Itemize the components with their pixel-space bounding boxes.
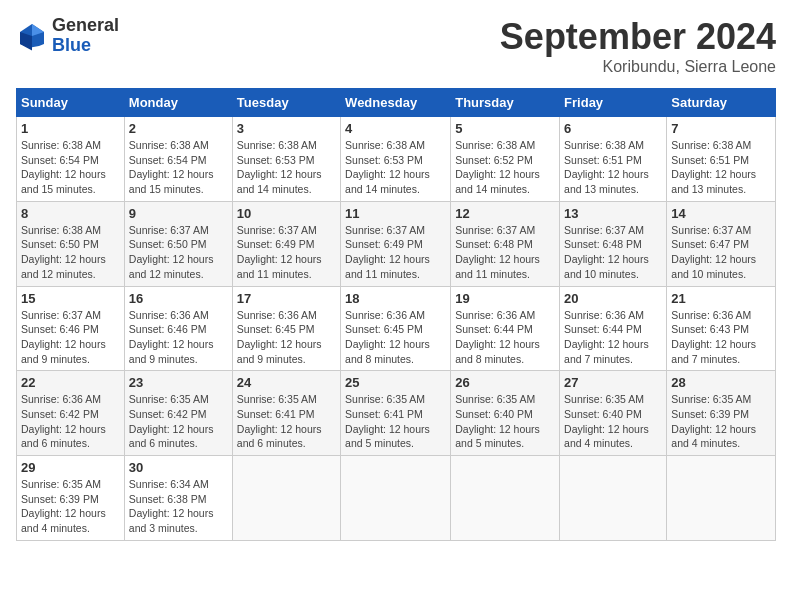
day-info: Sunrise: 6:38 AMSunset: 6:53 PMDaylight:… — [237, 139, 322, 195]
day-number: 14 — [671, 206, 771, 221]
day-info: Sunrise: 6:35 AMSunset: 6:41 PMDaylight:… — [345, 393, 430, 449]
col-friday: Friday — [560, 89, 667, 117]
table-row — [341, 456, 451, 541]
day-info: Sunrise: 6:37 AMSunset: 6:47 PMDaylight:… — [671, 224, 756, 280]
table-row: 2 Sunrise: 6:38 AMSunset: 6:54 PMDayligh… — [124, 117, 232, 202]
calendar-week-row: 22 Sunrise: 6:36 AMSunset: 6:42 PMDaylig… — [17, 371, 776, 456]
day-number: 30 — [129, 460, 228, 475]
calendar-week-row: 15 Sunrise: 6:37 AMSunset: 6:46 PMDaylig… — [17, 286, 776, 371]
month-title: September 2024 — [500, 16, 776, 58]
day-number: 18 — [345, 291, 446, 306]
day-info: Sunrise: 6:36 AMSunset: 6:42 PMDaylight:… — [21, 393, 106, 449]
table-row: 12 Sunrise: 6:37 AMSunset: 6:48 PMDaylig… — [451, 201, 560, 286]
table-row: 24 Sunrise: 6:35 AMSunset: 6:41 PMDaylig… — [232, 371, 340, 456]
table-row: 4 Sunrise: 6:38 AMSunset: 6:53 PMDayligh… — [341, 117, 451, 202]
day-info: Sunrise: 6:38 AMSunset: 6:53 PMDaylight:… — [345, 139, 430, 195]
day-number: 7 — [671, 121, 771, 136]
day-number: 23 — [129, 375, 228, 390]
day-number: 20 — [564, 291, 662, 306]
day-info: Sunrise: 6:37 AMSunset: 6:46 PMDaylight:… — [21, 309, 106, 365]
day-number: 5 — [455, 121, 555, 136]
day-info: Sunrise: 6:35 AMSunset: 6:39 PMDaylight:… — [671, 393, 756, 449]
logo-general: General — [52, 16, 119, 36]
day-info: Sunrise: 6:36 AMSunset: 6:44 PMDaylight:… — [564, 309, 649, 365]
col-tuesday: Tuesday — [232, 89, 340, 117]
table-row: 17 Sunrise: 6:36 AMSunset: 6:45 PMDaylig… — [232, 286, 340, 371]
table-row: 26 Sunrise: 6:35 AMSunset: 6:40 PMDaylig… — [451, 371, 560, 456]
table-row — [451, 456, 560, 541]
day-number: 1 — [21, 121, 120, 136]
day-number: 2 — [129, 121, 228, 136]
table-row: 1 Sunrise: 6:38 AMSunset: 6:54 PMDayligh… — [17, 117, 125, 202]
calendar-week-row: 29 Sunrise: 6:35 AMSunset: 6:39 PMDaylig… — [17, 456, 776, 541]
day-info: Sunrise: 6:36 AMSunset: 6:44 PMDaylight:… — [455, 309, 540, 365]
day-info: Sunrise: 6:35 AMSunset: 6:40 PMDaylight:… — [564, 393, 649, 449]
table-row: 3 Sunrise: 6:38 AMSunset: 6:53 PMDayligh… — [232, 117, 340, 202]
day-number: 19 — [455, 291, 555, 306]
day-info: Sunrise: 6:38 AMSunset: 6:51 PMDaylight:… — [671, 139, 756, 195]
location-title: Koribundu, Sierra Leone — [500, 58, 776, 76]
table-row — [560, 456, 667, 541]
table-row: 8 Sunrise: 6:38 AMSunset: 6:50 PMDayligh… — [17, 201, 125, 286]
day-number: 17 — [237, 291, 336, 306]
day-info: Sunrise: 6:35 AMSunset: 6:40 PMDaylight:… — [455, 393, 540, 449]
day-info: Sunrise: 6:36 AMSunset: 6:45 PMDaylight:… — [345, 309, 430, 365]
table-row: 13 Sunrise: 6:37 AMSunset: 6:48 PMDaylig… — [560, 201, 667, 286]
day-number: 26 — [455, 375, 555, 390]
day-info: Sunrise: 6:38 AMSunset: 6:51 PMDaylight:… — [564, 139, 649, 195]
calendar-table: Sunday Monday Tuesday Wednesday Thursday… — [16, 88, 776, 541]
day-number: 11 — [345, 206, 446, 221]
day-number: 24 — [237, 375, 336, 390]
table-row: 9 Sunrise: 6:37 AMSunset: 6:50 PMDayligh… — [124, 201, 232, 286]
table-row: 16 Sunrise: 6:36 AMSunset: 6:46 PMDaylig… — [124, 286, 232, 371]
table-row: 11 Sunrise: 6:37 AMSunset: 6:49 PMDaylig… — [341, 201, 451, 286]
table-row: 6 Sunrise: 6:38 AMSunset: 6:51 PMDayligh… — [560, 117, 667, 202]
day-info: Sunrise: 6:37 AMSunset: 6:48 PMDaylight:… — [564, 224, 649, 280]
logo-text: General Blue — [52, 16, 119, 56]
day-number: 25 — [345, 375, 446, 390]
day-info: Sunrise: 6:34 AMSunset: 6:38 PMDaylight:… — [129, 478, 214, 534]
day-info: Sunrise: 6:37 AMSunset: 6:50 PMDaylight:… — [129, 224, 214, 280]
day-info: Sunrise: 6:36 AMSunset: 6:46 PMDaylight:… — [129, 309, 214, 365]
col-saturday: Saturday — [667, 89, 776, 117]
day-number: 8 — [21, 206, 120, 221]
logo-icon — [16, 20, 48, 52]
day-info: Sunrise: 6:35 AMSunset: 6:42 PMDaylight:… — [129, 393, 214, 449]
day-info: Sunrise: 6:36 AMSunset: 6:43 PMDaylight:… — [671, 309, 756, 365]
day-number: 16 — [129, 291, 228, 306]
table-row: 7 Sunrise: 6:38 AMSunset: 6:51 PMDayligh… — [667, 117, 776, 202]
table-row: 23 Sunrise: 6:35 AMSunset: 6:42 PMDaylig… — [124, 371, 232, 456]
logo-blue: Blue — [52, 36, 119, 56]
day-number: 4 — [345, 121, 446, 136]
day-info: Sunrise: 6:38 AMSunset: 6:54 PMDaylight:… — [21, 139, 106, 195]
table-row — [667, 456, 776, 541]
table-row: 30 Sunrise: 6:34 AMSunset: 6:38 PMDaylig… — [124, 456, 232, 541]
title-block: September 2024 Koribundu, Sierra Leone — [500, 16, 776, 76]
table-row: 28 Sunrise: 6:35 AMSunset: 6:39 PMDaylig… — [667, 371, 776, 456]
day-number: 9 — [129, 206, 228, 221]
day-number: 21 — [671, 291, 771, 306]
table-row: 21 Sunrise: 6:36 AMSunset: 6:43 PMDaylig… — [667, 286, 776, 371]
day-info: Sunrise: 6:37 AMSunset: 6:48 PMDaylight:… — [455, 224, 540, 280]
day-number: 27 — [564, 375, 662, 390]
table-row: 5 Sunrise: 6:38 AMSunset: 6:52 PMDayligh… — [451, 117, 560, 202]
day-info: Sunrise: 6:36 AMSunset: 6:45 PMDaylight:… — [237, 309, 322, 365]
table-row: 20 Sunrise: 6:36 AMSunset: 6:44 PMDaylig… — [560, 286, 667, 371]
day-number: 28 — [671, 375, 771, 390]
day-info: Sunrise: 6:38 AMSunset: 6:50 PMDaylight:… — [21, 224, 106, 280]
day-info: Sunrise: 6:37 AMSunset: 6:49 PMDaylight:… — [345, 224, 430, 280]
calendar-week-row: 1 Sunrise: 6:38 AMSunset: 6:54 PMDayligh… — [17, 117, 776, 202]
day-info: Sunrise: 6:38 AMSunset: 6:54 PMDaylight:… — [129, 139, 214, 195]
day-number: 13 — [564, 206, 662, 221]
day-number: 12 — [455, 206, 555, 221]
col-thursday: Thursday — [451, 89, 560, 117]
table-row: 15 Sunrise: 6:37 AMSunset: 6:46 PMDaylig… — [17, 286, 125, 371]
day-number: 6 — [564, 121, 662, 136]
table-row: 22 Sunrise: 6:36 AMSunset: 6:42 PMDaylig… — [17, 371, 125, 456]
table-row: 18 Sunrise: 6:36 AMSunset: 6:45 PMDaylig… — [341, 286, 451, 371]
day-info: Sunrise: 6:38 AMSunset: 6:52 PMDaylight:… — [455, 139, 540, 195]
day-number: 10 — [237, 206, 336, 221]
table-row: 27 Sunrise: 6:35 AMSunset: 6:40 PMDaylig… — [560, 371, 667, 456]
day-number: 15 — [21, 291, 120, 306]
logo: General Blue — [16, 16, 119, 56]
